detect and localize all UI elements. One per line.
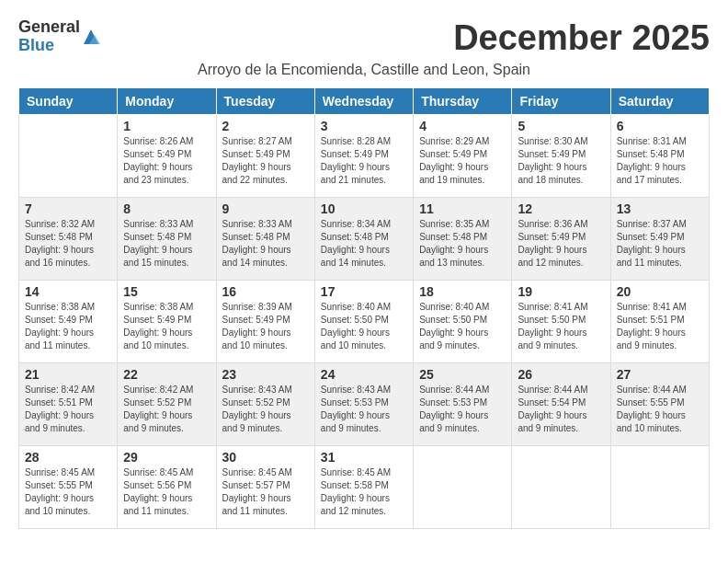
day-info: Sunrise: 8:32 AM Sunset: 5:48 PM Dayligh…	[25, 218, 111, 270]
calendar-cell	[610, 446, 709, 529]
week-row-3: 21Sunrise: 8:42 AM Sunset: 5:51 PM Dayli…	[19, 363, 710, 446]
day-info: Sunrise: 8:37 AM Sunset: 5:49 PM Dayligh…	[617, 218, 703, 270]
day-number: 27	[617, 367, 703, 382]
calendar-cell: 26Sunrise: 8:44 AM Sunset: 5:54 PM Dayli…	[512, 363, 610, 446]
day-info: Sunrise: 8:30 AM Sunset: 5:49 PM Dayligh…	[518, 135, 604, 187]
week-row-4: 28Sunrise: 8:45 AM Sunset: 5:55 PM Dayli…	[19, 446, 710, 529]
calendar-table: SundayMondayTuesdayWednesdayThursdayFrid…	[18, 87, 710, 529]
calendar-cell: 1Sunrise: 8:26 AM Sunset: 5:49 PM Daylig…	[118, 115, 216, 198]
calendar-cell: 21Sunrise: 8:42 AM Sunset: 5:51 PM Dayli…	[19, 363, 118, 446]
day-info: Sunrise: 8:45 AM Sunset: 5:58 PM Dayligh…	[321, 466, 407, 518]
calendar-cell: 4Sunrise: 8:29 AM Sunset: 5:49 PM Daylig…	[414, 115, 512, 198]
logo: General Blue	[18, 18, 100, 55]
day-info: Sunrise: 8:42 AM Sunset: 5:51 PM Dayligh…	[25, 384, 111, 435]
calendar-cell	[19, 115, 118, 198]
page-header: General Blue December 2025	[18, 18, 710, 58]
day-info: Sunrise: 8:45 AM Sunset: 5:57 PM Dayligh…	[222, 466, 309, 518]
day-number: 25	[419, 367, 506, 382]
day-info: Sunrise: 8:43 AM Sunset: 5:53 PM Dayligh…	[321, 384, 407, 435]
calendar-cell: 8Sunrise: 8:33 AM Sunset: 5:48 PM Daylig…	[118, 198, 216, 281]
week-row-0: 1Sunrise: 8:26 AM Sunset: 5:49 PM Daylig…	[19, 115, 710, 198]
day-info: Sunrise: 8:26 AM Sunset: 5:49 PM Dayligh…	[123, 135, 210, 187]
week-row-1: 7Sunrise: 8:32 AM Sunset: 5:48 PM Daylig…	[19, 198, 710, 281]
calendar-cell: 6Sunrise: 8:31 AM Sunset: 5:48 PM Daylig…	[610, 115, 709, 198]
day-number: 5	[518, 119, 604, 133]
day-info: Sunrise: 8:44 AM Sunset: 5:55 PM Dayligh…	[617, 384, 703, 435]
calendar-cell: 27Sunrise: 8:44 AM Sunset: 5:55 PM Dayli…	[610, 363, 709, 446]
day-number: 17	[321, 284, 407, 299]
logo-blue-text: Blue	[18, 37, 80, 55]
calendar-cell: 25Sunrise: 8:44 AM Sunset: 5:53 PM Dayli…	[414, 363, 512, 446]
day-info: Sunrise: 8:43 AM Sunset: 5:52 PM Dayligh…	[222, 384, 309, 435]
day-number: 7	[25, 201, 111, 216]
day-info: Sunrise: 8:33 AM Sunset: 5:48 PM Dayligh…	[222, 218, 309, 270]
day-info: Sunrise: 8:45 AM Sunset: 5:55 PM Dayligh…	[25, 466, 111, 518]
day-number: 21	[25, 367, 111, 382]
calendar-cell: 11Sunrise: 8:35 AM Sunset: 5:48 PM Dayli…	[414, 198, 512, 281]
calendar-cell	[512, 446, 610, 529]
header-saturday: Saturday	[610, 88, 709, 115]
calendar-cell: 3Sunrise: 8:28 AM Sunset: 5:49 PM Daylig…	[314, 115, 413, 198]
day-info: Sunrise: 8:38 AM Sunset: 5:49 PM Dayligh…	[25, 301, 111, 352]
calendar-cell: 19Sunrise: 8:41 AM Sunset: 5:50 PM Dayli…	[512, 281, 610, 363]
day-info: Sunrise: 8:33 AM Sunset: 5:48 PM Dayligh…	[123, 218, 210, 270]
header-tuesday: Tuesday	[216, 88, 314, 115]
day-number: 31	[321, 450, 407, 465]
calendar-cell: 29Sunrise: 8:45 AM Sunset: 5:56 PM Dayli…	[118, 446, 216, 529]
month-title: December 2025	[453, 18, 710, 58]
day-number: 23	[222, 367, 309, 382]
calendar-cell: 2Sunrise: 8:27 AM Sunset: 5:49 PM Daylig…	[216, 115, 314, 198]
day-number: 29	[123, 450, 210, 465]
calendar-cell: 20Sunrise: 8:41 AM Sunset: 5:51 PM Dayli…	[610, 281, 709, 363]
header-thursday: Thursday	[414, 88, 512, 115]
day-number: 1	[123, 119, 210, 133]
calendar-cell: 5Sunrise: 8:30 AM Sunset: 5:49 PM Daylig…	[512, 115, 610, 198]
header-sunday: Sunday	[19, 88, 118, 115]
day-number: 28	[25, 450, 111, 465]
day-number: 2	[222, 119, 309, 133]
day-number: 14	[25, 284, 111, 299]
day-number: 3	[321, 119, 407, 133]
day-number: 8	[123, 201, 210, 216]
day-info: Sunrise: 8:40 AM Sunset: 5:50 PM Dayligh…	[321, 301, 407, 352]
day-number: 13	[617, 201, 703, 216]
day-number: 24	[321, 367, 407, 382]
day-info: Sunrise: 8:29 AM Sunset: 5:49 PM Dayligh…	[419, 135, 506, 187]
day-info: Sunrise: 8:35 AM Sunset: 5:48 PM Dayligh…	[419, 218, 506, 270]
header-wednesday: Wednesday	[314, 88, 413, 115]
day-info: Sunrise: 8:34 AM Sunset: 5:48 PM Dayligh…	[321, 218, 407, 270]
day-number: 10	[321, 201, 407, 216]
calendar-cell: 14Sunrise: 8:38 AM Sunset: 5:49 PM Dayli…	[19, 281, 118, 363]
header-row: SundayMondayTuesdayWednesdayThursdayFrid…	[19, 88, 710, 115]
header-friday: Friday	[512, 88, 610, 115]
location-title: Arroyo de la Encomienda, Castille and Le…	[18, 62, 710, 78]
calendar-cell: 30Sunrise: 8:45 AM Sunset: 5:57 PM Dayli…	[216, 446, 314, 529]
day-number: 4	[419, 119, 506, 133]
day-info: Sunrise: 8:42 AM Sunset: 5:52 PM Dayligh…	[123, 384, 210, 435]
day-number: 9	[222, 201, 309, 216]
day-number: 11	[419, 201, 506, 216]
week-row-2: 14Sunrise: 8:38 AM Sunset: 5:49 PM Dayli…	[19, 281, 710, 363]
day-info: Sunrise: 8:36 AM Sunset: 5:49 PM Dayligh…	[518, 218, 604, 270]
day-number: 6	[617, 119, 703, 133]
day-info: Sunrise: 8:44 AM Sunset: 5:54 PM Dayligh…	[518, 384, 604, 435]
header-monday: Monday	[118, 88, 216, 115]
day-number: 15	[123, 284, 210, 299]
day-info: Sunrise: 8:31 AM Sunset: 5:48 PM Dayligh…	[617, 135, 703, 187]
calendar-cell: 18Sunrise: 8:40 AM Sunset: 5:50 PM Dayli…	[414, 281, 512, 363]
day-info: Sunrise: 8:38 AM Sunset: 5:49 PM Dayligh…	[123, 301, 210, 352]
day-info: Sunrise: 8:41 AM Sunset: 5:50 PM Dayligh…	[518, 301, 604, 352]
calendar-cell: 15Sunrise: 8:38 AM Sunset: 5:49 PM Dayli…	[118, 281, 216, 363]
calendar-cell: 24Sunrise: 8:43 AM Sunset: 5:53 PM Dayli…	[314, 363, 413, 446]
calendar-cell: 23Sunrise: 8:43 AM Sunset: 5:52 PM Dayli…	[216, 363, 314, 446]
calendar-cell: 9Sunrise: 8:33 AM Sunset: 5:48 PM Daylig…	[216, 198, 314, 281]
day-number: 26	[518, 367, 604, 382]
calendar-cell: 13Sunrise: 8:37 AM Sunset: 5:49 PM Dayli…	[610, 198, 709, 281]
day-info: Sunrise: 8:45 AM Sunset: 5:56 PM Dayligh…	[123, 466, 210, 518]
day-number: 16	[222, 284, 309, 299]
day-number: 22	[123, 367, 210, 382]
calendar-cell: 7Sunrise: 8:32 AM Sunset: 5:48 PM Daylig…	[19, 198, 118, 281]
day-info: Sunrise: 8:41 AM Sunset: 5:51 PM Dayligh…	[617, 301, 703, 352]
calendar-cell: 10Sunrise: 8:34 AM Sunset: 5:48 PM Dayli…	[314, 198, 413, 281]
day-number: 20	[617, 284, 703, 299]
